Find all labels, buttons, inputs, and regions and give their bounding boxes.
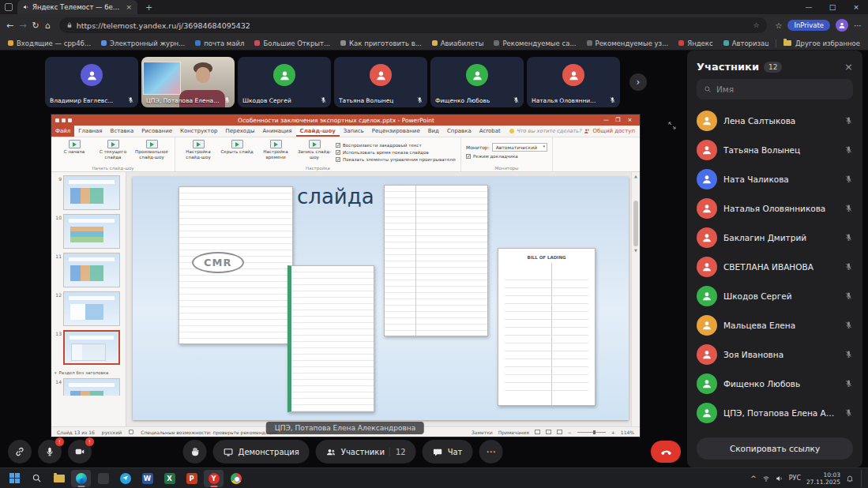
notifications-icon[interactable] bbox=[846, 475, 854, 482]
mic-muted-icon[interactable] bbox=[844, 233, 853, 242]
participant-tile[interactable]: Татьяна Волынец bbox=[334, 57, 427, 107]
profile-avatar[interactable] bbox=[836, 19, 848, 32]
mic-muted-icon[interactable] bbox=[844, 204, 853, 212]
ppt-tab[interactable]: Рецензирование bbox=[368, 126, 424, 137]
file-explorer-button[interactable] bbox=[49, 470, 69, 487]
sorter-view-icon[interactable] bbox=[546, 430, 551, 434]
ppt-tab[interactable]: Рисование bbox=[137, 126, 176, 137]
new-tab-button[interactable]: + bbox=[145, 2, 152, 13]
copy-link-button[interactable]: Скопировать ссылку bbox=[697, 437, 853, 460]
ppt-tab[interactable]: Acrobat bbox=[475, 126, 505, 137]
normal-view-icon[interactable] bbox=[535, 430, 540, 434]
minimize-button[interactable]: — bbox=[797, 0, 821, 14]
section-header[interactable]: Раздел без заголовка bbox=[51, 369, 124, 378]
volume-icon[interactable] bbox=[776, 475, 783, 482]
browser-menu-icon[interactable]: ⋯ bbox=[854, 21, 862, 30]
participant-row[interactable]: Зоя Ивановна bbox=[687, 340, 862, 369]
slide-thumbnail[interactable]: 10 bbox=[51, 214, 124, 249]
mic-muted-icon[interactable] bbox=[844, 379, 853, 388]
hidden-icons-chevron[interactable]: ^ bbox=[750, 475, 757, 482]
ribbon-button[interactable]: Настройка времени bbox=[257, 140, 294, 164]
ribbon-button[interactable]: Запись слайд-шоу bbox=[296, 140, 333, 164]
participants-button[interactable]: Участники 12 bbox=[316, 440, 416, 464]
bookmark-item[interactable]: почта майл bbox=[195, 39, 244, 47]
mic-muted-icon[interactable] bbox=[844, 291, 853, 300]
participant-row[interactable]: Мальцева Елена bbox=[687, 310, 862, 340]
ppt-tab[interactable]: Анимация bbox=[259, 126, 296, 137]
microphone-button[interactable]: ! bbox=[38, 440, 62, 464]
present-button[interactable]: Демонстрация bbox=[213, 440, 310, 464]
yandex-browser-button[interactable]: Y bbox=[204, 470, 224, 487]
ppt-tab[interactable]: Конструктор bbox=[176, 126, 221, 137]
close-panel-icon[interactable]: × bbox=[844, 61, 853, 73]
back-button[interactable]: ← bbox=[6, 21, 13, 31]
wifi-icon[interactable] bbox=[762, 475, 770, 482]
tell-me-search[interactable]: Что вы хотите сделать? bbox=[509, 128, 581, 134]
zoom-knob[interactable] bbox=[593, 430, 596, 434]
ribbon-button[interactable]: С текущего слайда bbox=[95, 140, 131, 164]
ppt-tab[interactable]: Главная bbox=[74, 126, 106, 137]
participant-row[interactable]: Баклагин Дмитрий bbox=[687, 223, 862, 252]
bookmark-item[interactable]: Как приготовить в... bbox=[340, 39, 422, 47]
close-button[interactable]: × bbox=[844, 0, 868, 14]
slideshow-view-icon[interactable] bbox=[557, 430, 562, 434]
raise-hand-button[interactable] bbox=[183, 440, 207, 464]
edge-button[interactable] bbox=[71, 470, 91, 487]
participant-row[interactable]: Фищенко Любовь bbox=[687, 369, 862, 398]
invite-link-button[interactable] bbox=[8, 440, 32, 464]
ppt-tab[interactable]: Справка bbox=[443, 126, 475, 137]
chrome-button[interactable] bbox=[226, 470, 246, 487]
comments-button[interactable]: Примечания bbox=[498, 430, 529, 435]
browser-tab[interactable]: Яндекс Телемост — беспла... × bbox=[17, 0, 137, 14]
ppt-close-button[interactable]: × bbox=[624, 114, 636, 126]
ribbon-checkbox[interactable]: Использовать время показа слайдов bbox=[336, 150, 456, 155]
ppt-tab[interactable]: Запись bbox=[340, 126, 368, 137]
participant-tile[interactable]: ЦПЭ, Потапова Елена ... bbox=[141, 57, 235, 107]
ribbon-checkbox[interactable]: Показать элементы управления проигрывате… bbox=[336, 157, 456, 162]
bookmark-item[interactable]: Электронный журн... bbox=[101, 39, 185, 47]
slide-thumbnail[interactable]: 12 bbox=[51, 291, 124, 326]
word-button[interactable]: W bbox=[137, 470, 157, 487]
refresh-button[interactable]: ↻ bbox=[32, 21, 39, 31]
slide-thumbnail[interactable]: 14 bbox=[51, 378, 124, 396]
share-button[interactable]: Общий доступ bbox=[584, 128, 635, 134]
home-button[interactable]: ⌂ bbox=[45, 21, 51, 31]
participant-tile[interactable]: Наталья Оловянни... bbox=[527, 57, 620, 107]
tab-close-icon[interactable]: × bbox=[126, 3, 132, 11]
start-button[interactable] bbox=[5, 470, 24, 487]
ppt-minimize-button[interactable]: — bbox=[600, 114, 612, 126]
mic-muted-icon[interactable] bbox=[844, 408, 853, 417]
participant-tile[interactable]: Фищенко Любовь bbox=[430, 57, 524, 107]
mic-muted-icon[interactable] bbox=[844, 262, 853, 271]
scroll-up-icon[interactable]: ▲ bbox=[634, 174, 637, 178]
ppt-restore-button[interactable]: ❐ bbox=[612, 114, 624, 126]
language-indicator[interactable]: русский bbox=[102, 430, 122, 435]
ppt-tab[interactable]: Слайд-шоу bbox=[296, 126, 340, 137]
leave-call-button[interactable] bbox=[651, 441, 681, 463]
clock[interactable]: 10:03 27.11.2025 bbox=[806, 471, 840, 486]
bookmark-item[interactable]: Большие Открыт... bbox=[254, 39, 330, 47]
ppt-tab[interactable]: Вставка bbox=[107, 126, 138, 137]
camera-button[interactable]: ! bbox=[68, 440, 92, 464]
zoom-slider[interactable] bbox=[577, 432, 606, 433]
participant-search[interactable] bbox=[697, 79, 853, 99]
show-desktop-button[interactable] bbox=[861, 470, 863, 487]
participant-row[interactable]: Татьяна Волынец bbox=[687, 135, 862, 164]
monitor-select[interactable]: Автоматический▾ bbox=[492, 143, 547, 152]
ribbon-checkbox[interactable]: Воспроизвести закадровый текст bbox=[336, 143, 456, 148]
presenter-checkbox[interactable]: Режим докладчика bbox=[466, 154, 547, 159]
address-bar[interactable]: https://telemost.yandex.ru/j/36984684095… bbox=[59, 17, 767, 33]
slide-scrollbar[interactable]: ▲ ▼ bbox=[631, 172, 640, 426]
bookmark-star-icon[interactable]: ☆ bbox=[753, 21, 759, 29]
taskbar-search-button[interactable] bbox=[27, 470, 47, 487]
zoom-in-icon[interactable]: + bbox=[611, 430, 615, 435]
tab-audio-icon[interactable] bbox=[23, 4, 29, 10]
bookmark-item[interactable]: Авиабилеты bbox=[432, 39, 484, 47]
favorites-icon[interactable]: ☆ bbox=[776, 21, 783, 30]
chat-button[interactable]: Чат bbox=[423, 440, 473, 464]
mic-muted-icon[interactable] bbox=[844, 350, 853, 358]
powerpoint-button[interactable]: P bbox=[182, 470, 201, 487]
other-favorites-button[interactable]: Другое избранное bbox=[776, 39, 860, 47]
scroll-down-icon[interactable]: ▼ bbox=[634, 248, 637, 253]
more-tiles-button[interactable]: › bbox=[629, 73, 647, 91]
